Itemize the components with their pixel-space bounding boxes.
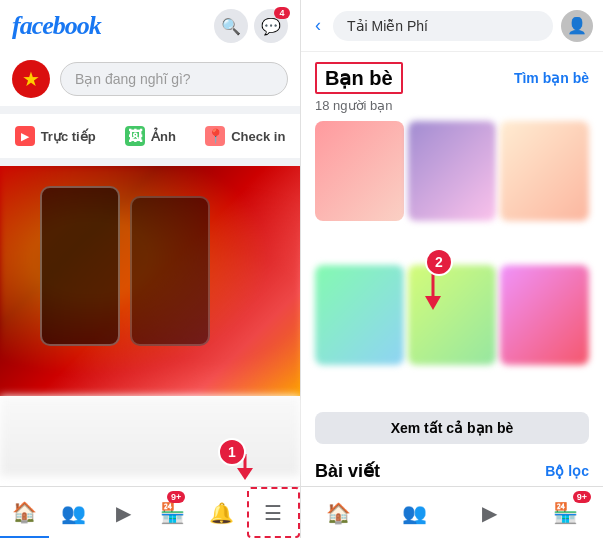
user-avatar-button[interactable]: 👤 bbox=[561, 10, 593, 42]
friend-card-6[interactable] bbox=[500, 265, 589, 365]
friends-count: 18 người bạn bbox=[301, 98, 603, 121]
nav-notifications[interactable]: 🔔 bbox=[197, 487, 246, 538]
search-text: Tải Miễn Phí bbox=[347, 18, 428, 34]
live-icon: ▶ bbox=[15, 126, 35, 146]
phone-graphic-1 bbox=[40, 186, 120, 346]
nav-watch[interactable]: ▶ bbox=[99, 487, 148, 538]
photo-label: Ảnh bbox=[151, 129, 176, 144]
rnav-home[interactable]: 🏠 bbox=[301, 487, 377, 538]
friends-icon: 👥 bbox=[61, 501, 86, 525]
search-bar[interactable]: Tải Miễn Phí bbox=[333, 11, 553, 41]
rnav-marketplace-badge: 9+ bbox=[573, 491, 591, 503]
messenger-button[interactable]: 💬 4 bbox=[254, 9, 288, 43]
find-friends-link[interactable]: Tìm bạn bè bbox=[514, 70, 589, 86]
post-content-blurred bbox=[0, 396, 300, 476]
section-header: Bạn bè Tìm bạn bè bbox=[301, 52, 603, 98]
friend-card-2[interactable] bbox=[408, 121, 497, 221]
bell-icon: 🔔 bbox=[209, 501, 234, 525]
rnav-friends-icon: 👥 bbox=[402, 501, 427, 525]
action-bar: ▶ Trực tiếp 🖼 Ảnh 📍 Check in bbox=[0, 114, 300, 166]
friend-card-5[interactable] bbox=[408, 265, 497, 365]
back-button[interactable]: ‹ bbox=[311, 11, 325, 40]
post-box: ★ Bạn đang nghĩ gì? bbox=[0, 52, 300, 114]
annotation-2-circle: 2 bbox=[425, 248, 453, 276]
search-icon: 🔍 bbox=[221, 17, 241, 36]
right-panel: ‹ Tải Miễn Phí 👤 Bạn bè Tìm bạn bè 18 ng… bbox=[301, 0, 603, 538]
left-panel: facebook 🔍 💬 4 ★ Bạn đang nghĩ gì? ▶ Trự… bbox=[0, 0, 301, 538]
home-icon: 🏠 bbox=[12, 500, 37, 524]
photo-button[interactable]: 🖼 Ảnh bbox=[113, 120, 188, 152]
checkin-label: Check in bbox=[231, 129, 285, 144]
messenger-icon: 💬 bbox=[261, 17, 281, 36]
checkin-icon: 📍 bbox=[205, 126, 225, 146]
post-placeholder: Bạn đang nghĩ gì? bbox=[75, 71, 191, 87]
rnav-home-icon: 🏠 bbox=[326, 501, 351, 525]
search-button[interactable]: 🔍 bbox=[214, 9, 248, 43]
view-all-friends-button[interactable]: Xem tất cả bạn bè bbox=[315, 412, 589, 444]
photo-icon: 🖼 bbox=[125, 126, 145, 146]
nav-menu[interactable]: ☰ bbox=[247, 487, 300, 538]
messenger-badge: 4 bbox=[274, 7, 290, 19]
nav-marketplace[interactable]: 🏪 9+ bbox=[148, 487, 197, 538]
flag-star: ★ bbox=[22, 67, 40, 91]
post-input[interactable]: Bạn đang nghĩ gì? bbox=[60, 62, 288, 96]
user-avatar-icon: 👤 bbox=[567, 16, 587, 35]
live-button[interactable]: ▶ Trực tiếp bbox=[3, 120, 108, 152]
filter-button[interactable]: Bộ lọc bbox=[545, 463, 589, 479]
nav-friends[interactable]: 👥 bbox=[49, 487, 98, 538]
posts-section: Bài viết Bộ lọc bbox=[301, 452, 603, 486]
friend-card-1[interactable] bbox=[315, 121, 404, 221]
rnav-friends[interactable]: 👥 bbox=[377, 487, 453, 538]
left-header: facebook 🔍 💬 4 bbox=[0, 0, 300, 52]
right-bottom-nav: 🏠 👥 ▶ 🏪 9+ bbox=[301, 486, 603, 538]
rnav-watch[interactable]: ▶ bbox=[452, 487, 528, 538]
posts-title: Bài viết bbox=[315, 460, 380, 482]
right-header: ‹ Tải Miễn Phí 👤 bbox=[301, 0, 603, 52]
live-label: Trực tiếp bbox=[41, 129, 96, 144]
header-icons: 🔍 💬 4 bbox=[214, 9, 288, 43]
bottom-nav: 🏠 👥 ▶ 🏪 9+ 🔔 ☰ bbox=[0, 486, 300, 538]
rnav-marketplace[interactable]: 🏪 9+ bbox=[528, 487, 604, 538]
user-avatar: ★ bbox=[12, 60, 50, 98]
marketplace-icon: 🏪 bbox=[160, 501, 185, 525]
friend-card-4[interactable] bbox=[315, 265, 404, 365]
section-title: Bạn bè bbox=[315, 62, 403, 94]
facebook-logo: facebook bbox=[12, 11, 101, 41]
menu-icon: ☰ bbox=[264, 501, 282, 525]
feed-image bbox=[0, 166, 300, 396]
friend-card-3[interactable] bbox=[500, 121, 589, 221]
annotation-1-circle: 1 bbox=[218, 438, 246, 466]
marketplace-badge: 9+ bbox=[167, 491, 185, 503]
watch-icon: ▶ bbox=[116, 501, 131, 525]
nav-home[interactable]: 🏠 bbox=[0, 487, 49, 538]
back-icon: ‹ bbox=[315, 15, 321, 35]
rnav-marketplace-icon: 🏪 bbox=[553, 501, 578, 525]
rnav-watch-icon: ▶ bbox=[482, 501, 497, 525]
phone-graphic-2 bbox=[130, 196, 210, 346]
checkin-button[interactable]: 📍 Check in bbox=[193, 120, 297, 152]
